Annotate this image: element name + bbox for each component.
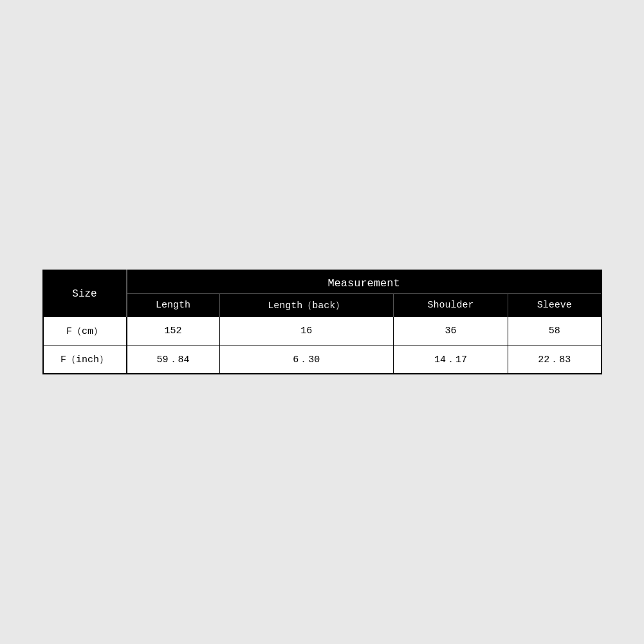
size-cm: F（cm） xyxy=(43,317,127,345)
length-back-cm: 16 xyxy=(219,317,393,345)
shoulder-cm: 36 xyxy=(393,317,508,345)
size-header: Size xyxy=(43,270,127,317)
length-header: Length xyxy=(127,294,220,317)
size-inch: F（inch） xyxy=(43,345,127,374)
size-chart-container: Size Measurement Length Length（back） Sho… xyxy=(42,270,602,374)
table-row: F（cm） 152 16 36 58 xyxy=(43,317,602,345)
sleeve-inch: 22．83 xyxy=(508,345,602,374)
shoulder-header: Shoulder xyxy=(393,294,508,317)
table-row: F（inch） 59．84 6．30 14．17 22．83 xyxy=(43,345,602,374)
length-back-header: Length（back） xyxy=(219,294,393,317)
header-row-bottom: Length Length（back） Shoulder Sleeve xyxy=(43,294,602,317)
size-chart-table: Size Measurement Length Length（back） Sho… xyxy=(42,270,602,374)
measurement-header: Measurement xyxy=(127,270,602,294)
length-cm: 152 xyxy=(127,317,220,345)
header-row-top: Size Measurement xyxy=(43,270,602,294)
length-back-inch: 6．30 xyxy=(219,345,393,374)
sleeve-header: Sleeve xyxy=(508,294,602,317)
shoulder-inch: 14．17 xyxy=(393,345,508,374)
length-inch: 59．84 xyxy=(127,345,220,374)
sleeve-cm: 58 xyxy=(508,317,602,345)
